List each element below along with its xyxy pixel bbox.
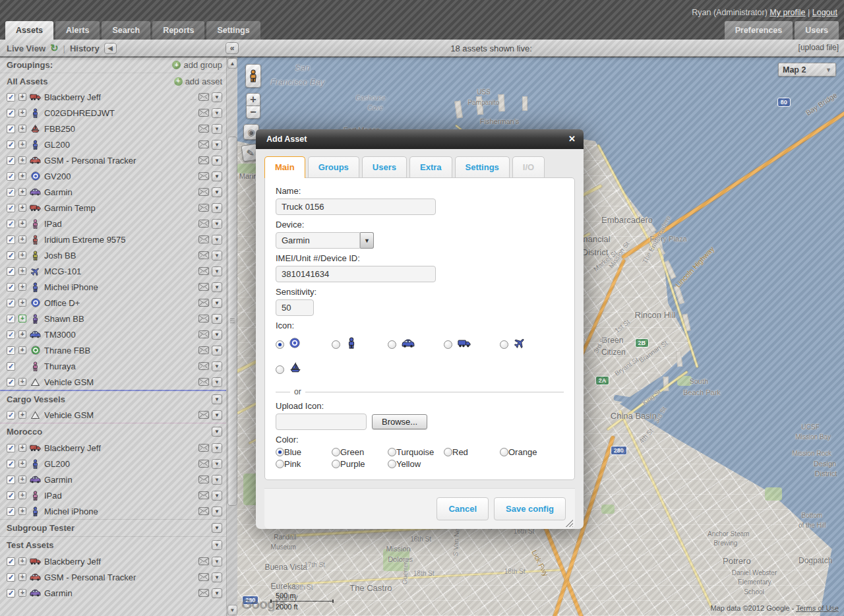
modal-title-bar[interactable]: Add Asset ✕ — [256, 129, 584, 149]
message-icon[interactable] — [198, 109, 209, 117]
expand-icon[interactable]: + — [18, 460, 26, 468]
expand-icon[interactable]: + — [18, 491, 26, 499]
asset-checkbox[interactable]: ✓ — [7, 362, 15, 371]
message-icon[interactable] — [198, 140, 209, 148]
radio-red[interactable] — [444, 448, 452, 456]
asset-menu-button[interactable]: ▼ — [212, 108, 222, 118]
asset-name[interactable]: FBB250 — [44, 124, 195, 134]
modal-tab-main[interactable]: Main — [264, 156, 305, 178]
asset-checkbox[interactable]: ✓ — [7, 346, 15, 355]
asset-name[interactable]: GV200 — [44, 171, 195, 181]
group-header-all-assets[interactable]: All Assets+add asset — [0, 73, 226, 89]
group-header-morocco[interactable]: Morocco▼ — [0, 423, 226, 440]
expand-icon[interactable]: + — [18, 283, 26, 291]
asset-menu-button[interactable]: ▼ — [212, 298, 222, 308]
message-icon[interactable] — [198, 346, 209, 354]
asset-name[interactable]: Garmin — [44, 187, 195, 197]
color-option-yellow[interactable]: Yellow — [388, 459, 444, 469]
expand-icon[interactable]: + — [18, 172, 26, 180]
asset-checkbox[interactable]: ✓ — [7, 156, 15, 165]
expand-icon[interactable]: + — [18, 589, 26, 597]
expand-icon[interactable]: + — [18, 220, 26, 228]
expand-icon[interactable]: + — [18, 299, 26, 307]
asset-menu-button[interactable]: ▼ — [212, 314, 222, 324]
icon-option-boat[interactable] — [276, 362, 332, 377]
message-icon[interactable] — [198, 557, 209, 565]
device-select[interactable]: ▼ — [276, 232, 374, 249]
asset-checkbox[interactable]: ✓ — [7, 267, 15, 276]
asset-name[interactable]: Blackberry Jeff — [44, 443, 195, 453]
message-icon[interactable] — [198, 220, 209, 228]
scroll-down-icon[interactable]: ▼ — [227, 605, 237, 615]
asset-checkbox[interactable]: ✓ — [7, 93, 15, 102]
asset-checkbox[interactable]: ✓ — [7, 411, 15, 419]
asset-checkbox[interactable]: ✓ — [7, 188, 15, 197]
tab-assets[interactable]: Assets — [5, 21, 53, 40]
asset-menu-button[interactable]: ▼ — [212, 475, 222, 485]
asset-menu-button[interactable]: ▼ — [212, 124, 222, 134]
message-icon[interactable] — [198, 444, 209, 452]
color-option-purple[interactable]: Purple — [332, 459, 388, 469]
asset-checkbox[interactable]: ✓ — [7, 283, 15, 292]
expand-icon[interactable]: + — [18, 125, 26, 133]
asset-name[interactable]: Michel iPhone — [44, 282, 195, 292]
tab-reports[interactable]: Reports — [152, 21, 204, 40]
asset-name[interactable]: C02GDHREDJWT — [44, 108, 195, 118]
modal-tab-extra[interactable]: Extra — [409, 156, 452, 177]
group-menu-button[interactable]: ▼ — [212, 427, 222, 437]
asset-checkbox[interactable]: ✓ — [7, 476, 15, 484]
asset-menu-button[interactable]: ▼ — [212, 346, 222, 355]
message-icon[interactable] — [198, 251, 209, 259]
history-label[interactable]: History — [70, 44, 100, 53]
asset-checkbox[interactable]: ✓ — [7, 140, 15, 149]
asset-menu-button[interactable]: ▼ — [212, 330, 222, 340]
expand-icon[interactable]: + — [18, 267, 26, 275]
radio-circle[interactable] — [276, 340, 284, 349]
expand-icon[interactable]: + — [18, 235, 26, 243]
modal-tab-groups[interactable]: Groups — [308, 156, 359, 177]
asset-name[interactable]: Office D+ — [44, 298, 195, 308]
asset-name[interactable]: Blackberry Jeff — [44, 92, 195, 102]
upload-file-link[interactable]: [upload file] — [799, 43, 839, 52]
message-icon[interactable] — [198, 283, 209, 291]
message-icon[interactable] — [198, 125, 209, 133]
asset-name[interactable]: GSM - Personal Tracker — [44, 156, 195, 166]
expand-icon[interactable]: + — [18, 315, 26, 323]
message-icon[interactable] — [198, 491, 209, 499]
asset-checkbox[interactable]: ✓ — [7, 299, 15, 307]
expand-icon[interactable]: + — [18, 188, 26, 196]
expand-icon[interactable]: + — [18, 156, 26, 164]
asset-menu-button[interactable]: ▼ — [212, 443, 222, 453]
sidebar-scrollbar[interactable]: ▲ ▼ — [226, 57, 237, 616]
group-header-subgroup-tester[interactable]: Subgroup Tester▼ — [0, 519, 226, 536]
asset-menu-button[interactable]: ▼ — [212, 187, 222, 197]
asset-name[interactable]: Vehicle GSM — [44, 410, 195, 420]
message-icon[interactable] — [198, 172, 209, 180]
add-group-button[interactable]: +add group — [172, 60, 222, 70]
color-option-blue[interactable]: Blue — [276, 447, 332, 457]
asset-menu-button[interactable]: ▼ — [212, 557, 222, 567]
message-icon[interactable] — [198, 299, 209, 307]
icon-option-car[interactable] — [388, 337, 444, 352]
radio-person[interactable] — [332, 340, 340, 349]
asset-menu-button[interactable]: ▼ — [212, 203, 222, 213]
icon-option-circle[interactable] — [276, 337, 332, 352]
asset-checkbox[interactable]: ✓ — [7, 491, 15, 500]
tab-settings[interactable]: Settings — [206, 21, 260, 40]
message-icon[interactable] — [198, 315, 209, 323]
icon-option-person[interactable] — [332, 337, 388, 352]
asset-name[interactable]: Thuraya — [44, 361, 195, 371]
message-icon[interactable] — [198, 330, 209, 338]
asset-menu-button[interactable]: ▼ — [212, 171, 222, 181]
scroll-up-icon[interactable]: ▲ — [227, 58, 237, 69]
group-menu-button[interactable]: ▼ — [212, 394, 222, 404]
modal-tab-settings[interactable]: Settings — [455, 156, 510, 177]
asset-name[interactable]: GSM - Personal Tracker — [44, 572, 195, 582]
terms-link[interactable]: Terms of Use — [796, 604, 839, 612]
message-icon[interactable] — [198, 589, 209, 597]
message-icon[interactable] — [198, 93, 209, 101]
radio-boat[interactable] — [276, 365, 284, 374]
expand-icon[interactable]: + — [18, 378, 26, 386]
expand-icon[interactable]: + — [18, 204, 26, 212]
asset-name[interactable]: IPad — [44, 219, 195, 229]
